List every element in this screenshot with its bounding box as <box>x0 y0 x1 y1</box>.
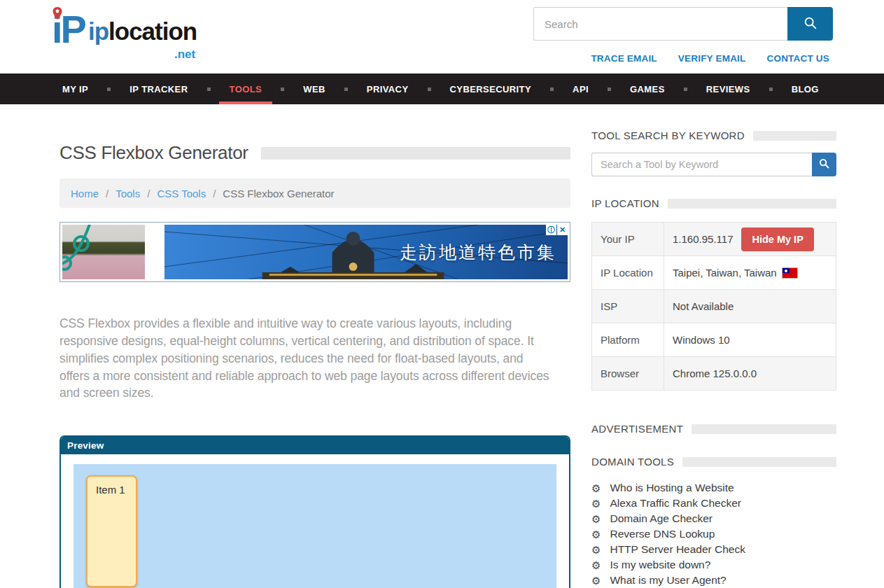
heading-decoration-bar <box>753 131 836 141</box>
domain-tool-alexa-traffic-rank-checker[interactable]: ⚙Alexa Traffic Rank Checker <box>591 496 836 511</box>
domain-tool-what-is-my-user-agent[interactable]: ⚙What is my User Agent? <box>591 573 836 588</box>
ip-row-value-text: Taipei, Taiwan, Taiwan <box>673 267 777 279</box>
sidebar: TOOL SEARCH BY KEYWORD IP LOCATION Your … <box>591 104 836 588</box>
gear-icon: ⚙ <box>591 483 601 493</box>
ip-table-row-your-ip: Your IP1.160.95.117Hide My IP <box>592 223 836 256</box>
logo-monogram: iP <box>52 3 85 56</box>
flexbox-preview-item[interactable]: Item 1 <box>86 475 137 587</box>
header-search-input[interactable] <box>533 7 787 41</box>
nav-item-reviews[interactable]: REVIEWS <box>696 74 761 104</box>
ad-close-icon[interactable]: ✕ <box>557 225 568 235</box>
breadcrumb-separator: / <box>106 188 108 200</box>
gear-icon: ⚙ <box>591 529 601 540</box>
nav-item-games[interactable]: GAMES <box>619 74 675 104</box>
domain-tool-label: Alexa Traffic Rank Checker <box>610 497 741 510</box>
preview-body: Item 1 <box>61 454 569 588</box>
nav-separator <box>769 88 773 91</box>
ip-row-value: Chrome 125.0.0.0 <box>664 357 836 391</box>
logo-word-ip: ip <box>88 18 108 45</box>
domain-tool-who-is-hosting-a-website[interactable]: ⚙Who is Hosting a Website <box>591 480 836 496</box>
ad-image-left <box>62 225 145 279</box>
nav-item-blog[interactable]: BLOG <box>781 74 829 104</box>
heading-decoration-bar <box>668 199 836 209</box>
ip-row-label: Your IP <box>592 223 664 256</box>
main-nav-list: MY IPIP TRACKERTOOLSWEBPRIVACYCYBERSECUR… <box>0 74 884 104</box>
ad-image-right: 走訪地道特色市集 <box>164 225 568 279</box>
breadcrumb-home[interactable]: Home <box>71 188 99 200</box>
heading-decoration-bar <box>682 457 836 467</box>
ip-row-value: 1.160.95.117Hide My IP <box>664 223 836 256</box>
domain-tool-label: Who is Hosting a Website <box>610 482 734 494</box>
logo-tld: .net <box>174 41 195 68</box>
nav-separator <box>344 88 348 91</box>
header-search <box>533 7 833 41</box>
main-nav: MY IPIP TRACKERTOOLSWEBPRIVACYCYBERSECUR… <box>0 74 884 104</box>
ip-row-value-text: Chrome 125.0.0.0 <box>673 368 757 379</box>
site-header: iP iplocation .net TRACE EMAILVERIFY EMA… <box>0 0 884 74</box>
domain-tool-reverse-dns-lookup[interactable]: ⚙Reverse DNS Lookup <box>591 526 836 542</box>
header-links: TRACE EMAILVERIFY EMAILCONTACT US <box>591 53 829 64</box>
page-title: CSS Flexbox Generator <box>59 142 248 164</box>
gear-icon: ⚙ <box>591 560 601 570</box>
page-container: CSS Flexbox Generator Home/Tools/CSS Too… <box>0 104 884 588</box>
domain-tool-http-server-header-check[interactable]: ⚙HTTP Server Header Check <box>591 542 836 557</box>
search-icon <box>818 158 830 169</box>
nav-separator <box>428 88 431 91</box>
ip-row-value-text: 1.160.95.117 <box>673 233 733 245</box>
nav-item-web[interactable]: WEB <box>293 74 336 104</box>
ip-table-row-isp: ISPNot Available <box>592 290 836 323</box>
nav-item-privacy[interactable]: PRIVACY <box>356 74 419 104</box>
ip-row-label: IP Location <box>592 256 664 290</box>
nav-item-cybersecurity[interactable]: CYBERSECURITY <box>440 74 542 104</box>
nav-item-api[interactable]: API <box>562 74 599 104</box>
hide-my-ip-button[interactable]: Hide My IP <box>741 227 813 251</box>
domain-tool-domain-age-checker[interactable]: ⚙Domain Age Checker <box>591 511 836 526</box>
tool-search <box>591 153 836 176</box>
site-logo[interactable]: iP iplocation .net <box>52 3 197 56</box>
title-decoration-bar <box>261 147 570 160</box>
domain-tools-list: ⚙Who is Hosting a Website⚙Alexa Traffic … <box>591 480 836 588</box>
nav-item-ip-tracker[interactable]: IP TRACKER <box>119 74 198 104</box>
nav-item-my-ip[interactable]: MY IP <box>52 74 99 104</box>
header-link-trace-email[interactable]: TRACE EMAIL <box>591 53 657 64</box>
breadcrumb-css-tools[interactable]: CSS Tools <box>157 188 206 200</box>
breadcrumb-separator: / <box>213 188 216 200</box>
header-search-button[interactable] <box>787 7 833 41</box>
gear-icon: ⚙ <box>591 514 601 524</box>
ip-table-row-browser: BrowserChrome 125.0.0.0 <box>592 357 836 391</box>
gear-icon: ⚙ <box>591 545 601 555</box>
domain-tool-label: HTTP Server Header Check <box>610 543 745 556</box>
nav-separator <box>207 88 211 91</box>
advertisement-heading: ADVERTISEMENT <box>591 423 683 435</box>
ad-banner[interactable]: 走訪地道特色市集 ⓘ ✕ <box>59 222 570 282</box>
header-link-contact-us[interactable]: CONTACT US <box>767 53 830 64</box>
taiwan-flag-icon <box>783 268 797 278</box>
domain-tools-heading: DOMAIN TOOLS <box>591 456 674 468</box>
tool-search-heading: TOOL SEARCH BY KEYWORD <box>591 130 745 141</box>
ip-table-row-platform: PlatformWindows 10 <box>592 323 836 357</box>
ip-table-row-ip-location: IP LocationTaipei, Taiwan, Taiwan <box>592 256 836 290</box>
header-link-verify-email[interactable]: VERIFY EMAIL <box>678 53 746 64</box>
nav-separator <box>281 88 284 91</box>
ip-row-label: Platform <box>592 323 664 357</box>
ip-row-value: Taipei, Taiwan, Taiwan <box>664 256 836 290</box>
domain-tool-label: Reverse DNS Lookup <box>610 528 715 540</box>
domain-tool-is-my-website-down[interactable]: ⚙Is my website down? <box>591 557 836 573</box>
nav-item-tools[interactable]: TOOLS <box>219 74 273 104</box>
logo-wordmark: iplocation .net <box>88 18 197 56</box>
tool-search-button[interactable] <box>812 153 836 176</box>
ad-info-icon[interactable]: ⓘ <box>546 225 556 235</box>
domain-tool-label: What is my User Agent? <box>610 574 726 587</box>
breadcrumb: Home/Tools/CSS Tools/CSS Flexbox Generat… <box>59 178 570 208</box>
gear-icon: ⚙ <box>591 498 601 509</box>
tool-search-input[interactable] <box>591 153 812 176</box>
tool-description: CSS Flexbox provides a flexible and intu… <box>59 315 554 402</box>
ip-row-label: ISP <box>592 290 664 323</box>
ip-row-value: Windows 10 <box>664 323 836 357</box>
gear-icon: ⚙ <box>591 575 601 586</box>
preview-panel: Preview Item 1 <box>59 435 570 588</box>
ip-row-label: Browser <box>592 357 664 391</box>
ip-location-table-body: Your IP1.160.95.117Hide My IPIP Location… <box>592 223 836 391</box>
breadcrumb-tools[interactable]: Tools <box>115 188 140 200</box>
domain-tool-label: Is my website down? <box>610 559 710 571</box>
